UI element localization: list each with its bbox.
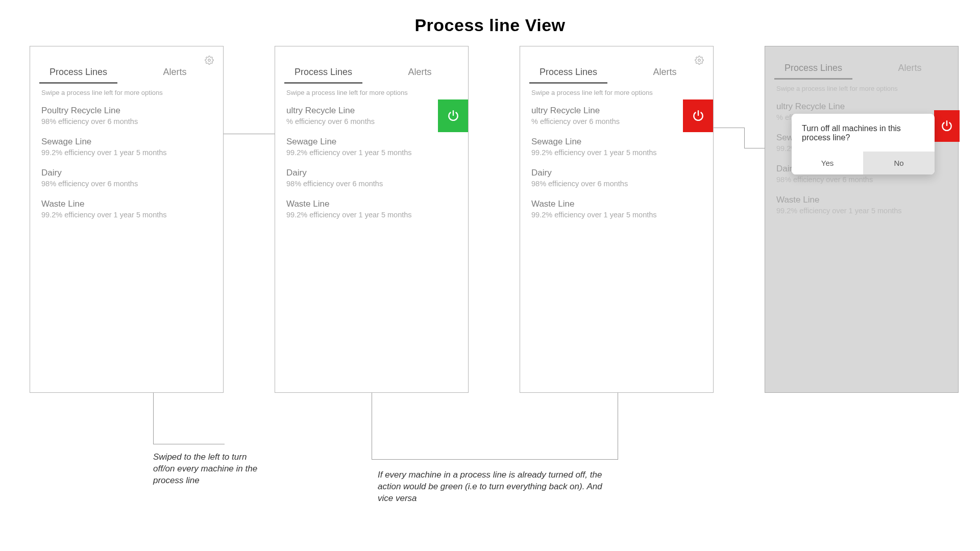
page-title: Process line View	[0, 15, 980, 35]
dialog-message: Turn off all machines in this process li…	[792, 114, 935, 152]
tab-process-lines[interactable]: Process Lines	[520, 62, 617, 84]
swipe-hint: Swipe a process line left for more optio…	[765, 80, 958, 95]
tab-process-lines[interactable]: Process Lines	[765, 58, 862, 80]
annotation-connector	[618, 393, 618, 459]
line-name: Sewage Line	[531, 137, 702, 147]
line-name: ultry Recycle Line	[275, 106, 457, 116]
dialog-yes-button[interactable]: Yes	[792, 152, 863, 174]
swipe-hint: Swipe a process line left for more optio…	[275, 84, 468, 99]
line-name: Dairy	[41, 168, 212, 178]
svg-point-0	[208, 59, 211, 62]
tab-alerts[interactable]: Alerts	[862, 58, 958, 80]
line-meta: 98% efficiency over 6 months	[41, 117, 212, 126]
line-name: Waste Line	[41, 199, 212, 209]
line-name: Sewage Line	[286, 137, 457, 147]
power-off-button[interactable]	[683, 99, 714, 132]
list-item[interactable]: Poultry Recycle Line 98% efficiency over…	[30, 99, 223, 131]
mockup-confirm-dialog: Process Lines Alerts Swipe a process lin…	[765, 46, 959, 393]
line-name: Poultry Recycle Line	[41, 106, 212, 116]
power-icon	[940, 119, 953, 133]
annotation-swipe-left: Swiped to the left to turn off/on every …	[153, 452, 260, 487]
list-item[interactable]: Dairy 98% efficiency over 6 months	[30, 162, 223, 193]
list-item[interactable]: Dairy 98% efficiency over 6 months	[520, 162, 713, 193]
line-meta: 99.2% efficiency over 1 year 5 months	[286, 211, 457, 219]
annotation-power-color: If every machine in a process line is al…	[378, 469, 618, 505]
line-name: Waste Line	[286, 199, 457, 209]
svg-point-1	[698, 59, 701, 62]
list-item[interactable]: Waste Line 99.2% efficiency over 1 year …	[30, 193, 223, 224]
swipe-hint: Swipe a process line left for more optio…	[30, 84, 223, 99]
line-name: ultry Recycle Line	[765, 102, 947, 112]
line-meta: 99.2% efficiency over 1 year 5 months	[41, 211, 212, 219]
line-meta: 99.2% efficiency over 1 year 5 months	[41, 148, 212, 157]
line-name: Waste Line	[776, 195, 947, 205]
line-meta: 98% efficiency over 6 months	[531, 180, 702, 188]
annotation-connector	[744, 128, 745, 148]
annotation-connector	[224, 134, 275, 134]
line-meta: 98% efficiency over 6 months	[286, 180, 457, 188]
line-meta: 99.2% efficiency over 1 year 5 months	[531, 148, 702, 157]
line-meta: 98% efficiency over 6 months	[41, 180, 212, 188]
list-item[interactable]: Sewage Line 99.2% efficiency over 1 year…	[30, 131, 223, 162]
line-name: Dairy	[531, 168, 702, 178]
line-meta: 99.2% efficiency over 1 year 5 months	[776, 207, 947, 215]
mockup-swiped-green: Process Lines Alerts Swipe a process lin…	[275, 46, 469, 393]
list-item[interactable]: Waste Line 99.2% efficiency over 1 year …	[765, 189, 958, 220]
line-name: Sewage Line	[41, 137, 212, 147]
line-name: Dairy	[286, 168, 457, 178]
annotation-connector	[153, 444, 225, 444]
line-meta: 99.2% efficiency over 1 year 5 months	[531, 211, 702, 219]
line-meta: 98% efficiency over 6 months	[776, 176, 947, 184]
line-name: ultry Recycle Line	[520, 106, 702, 116]
list-item[interactable]: Waste Line 99.2% efficiency over 1 year …	[520, 193, 713, 224]
power-on-button[interactable]	[438, 99, 469, 132]
mockup-default: Process Lines Alerts Swipe a process lin…	[30, 46, 224, 393]
line-name: Waste Line	[531, 199, 702, 209]
tab-process-lines[interactable]: Process Lines	[275, 62, 372, 84]
annotation-connector	[714, 128, 744, 128]
annotation-connector	[744, 148, 765, 148]
tab-alerts[interactable]: Alerts	[617, 62, 713, 84]
list-item[interactable]: Sewage Line 99.2% efficiency over 1 year…	[520, 131, 713, 162]
annotation-connector	[372, 459, 618, 460]
line-meta: % efficiency over 6 months	[275, 117, 457, 126]
dialog-no-button[interactable]: No	[863, 152, 935, 174]
line-meta: % efficiency over 6 months	[520, 117, 702, 126]
list-item[interactable]: Sewage Line 99.2% efficiency over 1 year…	[275, 131, 468, 162]
tab-alerts[interactable]: Alerts	[372, 62, 468, 84]
power-off-button[interactable]	[934, 110, 960, 142]
swipe-hint: Swipe a process line left for more optio…	[520, 84, 713, 99]
power-icon	[692, 109, 705, 122]
list-item[interactable]: Waste Line 99.2% efficiency over 1 year …	[275, 193, 468, 224]
mockup-swiped-red: Process Lines Alerts Swipe a process lin…	[520, 46, 714, 393]
tab-alerts[interactable]: Alerts	[127, 62, 223, 84]
annotation-connector	[372, 393, 372, 459]
annotation-connector	[153, 393, 154, 444]
line-meta: 99.2% efficiency over 1 year 5 months	[286, 148, 457, 157]
tab-process-lines[interactable]: Process Lines	[30, 62, 127, 84]
list-item[interactable]: Dairy 98% efficiency over 6 months	[275, 162, 468, 193]
confirm-dialog: Turn off all machines in this process li…	[792, 114, 935, 174]
power-icon	[447, 109, 460, 122]
